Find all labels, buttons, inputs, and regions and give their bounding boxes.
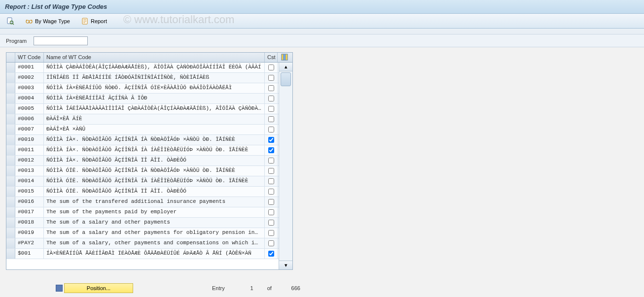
row-selector[interactable] [6, 94, 15, 103]
row-selector[interactable] [6, 166, 15, 176]
row-selector[interactable] [6, 249, 15, 259]
configure-columns-button[interactable] [278, 53, 291, 62]
grid-body: #0001ÑÓÌÌÀ ÇÀÐÀÁÎÒÊÀ(ÂÎÇÍÀÃÐÀÆÄÅÍÈß), ÄÎ… [6, 63, 292, 269]
cst-checkbox[interactable] [268, 251, 274, 257]
cst-checkbox[interactable] [268, 178, 274, 184]
table-row[interactable]: #0014ÑÓÌÌÀ ÓÏË. ÑÒÐÀÕÎÂÛÕ ÂÇÍÎÑÎÂ ÍÀ ÍÀÊ… [6, 176, 279, 187]
scroll-up-button[interactable]: ▴ [279, 63, 292, 71]
table-row[interactable]: #0018The sum of a salary and other payme… [6, 218, 279, 228]
row-selector[interactable] [6, 218, 15, 228]
row-selector[interactable] [6, 187, 15, 197]
row-selector[interactable] [6, 73, 15, 83]
row-selector[interactable] [6, 197, 15, 207]
table-row[interactable]: #0006ÐÀÁÎ×ÈÅ ÄÍÈ [6, 114, 279, 125]
page-title: Report : List of Wage Type Codes [5, 3, 107, 10]
cell-name: The sum of a salary and other payments f… [44, 228, 265, 238]
cst-checkbox[interactable] [268, 209, 274, 215]
col-cst[interactable]: Cst [265, 53, 278, 62]
scroll-down-button[interactable]: ▾ [279, 261, 292, 269]
row-selector[interactable] [6, 228, 15, 238]
row-selector[interactable] [6, 145, 15, 155]
cell-name: ÑÓÌÌÀ ÍÀ×ÈÑËÅÍÍÎÃÎ ÂÇÍÎÑÀ Â ÏÔÐ [44, 94, 265, 103]
cst-checkbox[interactable] [268, 199, 274, 205]
table-row[interactable]: #0011ÑÓÌÌÀ ÍÀ×. ÑÒÐÀÕÎÂÛÕ ÂÇÍÎÑÎÂ ÍÀ ÍÀÊ… [6, 145, 279, 156]
cst-checkbox[interactable] [268, 106, 274, 112]
cell-name: ÍÀ×ÈÑËÅÍÍÛÅ ÅÄÈÍÎÂÐÅÌ ÏËÀÒÅÆÈ ÔÅÄÅÐÀËÜÍÛ… [44, 249, 265, 259]
cell-wt-code: #PAY2 [15, 238, 44, 248]
row-selector[interactable] [6, 207, 15, 217]
table-row[interactable]: #0007ÐÀÁÎ×ÈÅ ×ÀÑÛ [6, 125, 279, 135]
toolbar: By Wage Type Report [0, 14, 644, 29]
position-label: Position... [87, 285, 110, 291]
cst-checkbox[interactable] [268, 158, 274, 164]
cell-name: ÑÓÌÌÀ ÓÏË. ÑÒÐÀÕÎÂÛÕ ÂÇÍÎÑÎÂ ÍÀ ÑÒÐÀÕÎÂÓ… [44, 166, 265, 176]
cell-wt-code: #0017 [15, 207, 44, 217]
table-row[interactable]: #0019The sum of a salary and other payme… [6, 228, 279, 238]
cell-cst [265, 187, 278, 197]
row-selector[interactable] [6, 238, 15, 248]
report-button[interactable]: Report [78, 16, 109, 27]
cst-checkbox[interactable] [268, 147, 274, 153]
cst-checkbox[interactable] [268, 116, 274, 122]
table-row[interactable]: #0017The sum of the payments paid by emp… [6, 207, 279, 218]
cst-checkbox[interactable] [268, 85, 274, 91]
find-button[interactable] [4, 16, 17, 27]
vertical-scrollbar[interactable]: ▴ ▾ [279, 63, 292, 269]
cell-cst [265, 228, 278, 238]
row-selector[interactable] [6, 114, 15, 124]
entry-current: 1 [239, 285, 253, 291]
cell-wt-code: #0002 [15, 73, 44, 83]
title-bar: Report : List of Wage Type Codes [0, 0, 644, 14]
by-wage-type-button[interactable]: By Wage Type [23, 16, 72, 27]
program-input[interactable] [34, 36, 88, 45]
scroll-thumb[interactable] [281, 72, 291, 86]
row-selector[interactable] [6, 125, 15, 134]
cell-wt-code: #0007 [15, 125, 44, 134]
table-row[interactable]: #0015ÑÓÌÌÀ ÓÏË. ÑÒÐÀÕÎÂÛÕ ÂÇÍÎÑÎÂ ÏÎ ÄÎÏ… [6, 187, 279, 197]
row-selector[interactable] [6, 104, 15, 114]
cell-wt-code: #0016 [15, 197, 44, 207]
cell-cst [265, 207, 278, 217]
cst-checkbox[interactable] [268, 96, 274, 101]
table-row[interactable]: #0013ÑÓÌÌÀ ÓÏË. ÑÒÐÀÕÎÂÛÕ ÂÇÍÎÑÎÂ ÍÀ ÑÒÐ… [6, 166, 279, 176]
table-settings-icon [281, 54, 288, 62]
table-row[interactable]: #PAY2The sum of a salary, other payments… [6, 238, 279, 249]
row-selector[interactable] [6, 156, 15, 165]
cst-checkbox[interactable] [268, 189, 274, 195]
entry-label: Entry [212, 285, 225, 291]
row-selector[interactable] [6, 176, 15, 186]
table-row[interactable]: #0004ÑÓÌÌÀ ÍÀ×ÈÑËÅÍÍÎÃÎ ÂÇÍÎÑÀ Â ÏÔÐ [6, 94, 279, 104]
table-row[interactable]: $001ÍÀ×ÈÑËÅÍÍÛÅ ÅÄÈÍÎÂÐÅÌ ÏËÀÒÅÆÈ ÔÅÄÅÐÀ… [6, 249, 279, 259]
position-button[interactable]: Position... [64, 283, 133, 293]
table-row[interactable]: #0012ÑÓÌÌÀ ÍÀ×. ÑÒÐÀÕÎÂÛÕ ÂÇÍÎÑÎÂ ÏÎ ÄÎÏ… [6, 156, 279, 166]
cell-cst [265, 125, 278, 134]
cst-checkbox[interactable] [268, 230, 274, 236]
row-selector[interactable] [6, 135, 15, 145]
table-row[interactable]: #0001ÑÓÌÌÀ ÇÀÐÀÁÎÒÊÀ(ÂÎÇÍÀÃÐÀÆÄÅÍÈß), ÄÎ… [6, 63, 279, 73]
cell-name: ÑÓÌÌÀ ÍÀ×ÈÑËÅÍÍÛÕ ÑÒÐÕ. ÂÇÍÎÑÎÂ ÓÏË×ÈÂÀÅ… [44, 83, 265, 93]
table-row[interactable]: #0010ÑÓÌÌÀ ÍÀ×. ÑÒÐÀÕÎÂÛÕ ÂÇÍÎÑÎÂ ÍÀ ÑÒÐ… [6, 135, 279, 145]
row-selector[interactable] [6, 63, 15, 72]
table-row[interactable]: #0002ÏÎÑÎÁÈß ÏÎ ÂÐÅÌÅÍÍÎÉ ÍÅÒÐÓÄÎÑÏÎÑÎÁÍ… [6, 73, 279, 83]
cst-checkbox[interactable] [268, 75, 274, 81]
col-wt-code[interactable]: WT Code [15, 53, 44, 62]
cell-name: ÑÓÌÌÀ ÎÁËÎÃÀÅÌÀÀÂÀÌÎÌÎÃÎ ÇÀÐÀÁÎÒÊÀ(ÂÎÇÍÀ… [44, 104, 265, 114]
col-name[interactable]: Name of WT Code [44, 53, 265, 62]
program-row: Program [0, 34, 644, 47]
cst-checkbox[interactable] [268, 168, 274, 174]
position-icon [56, 285, 63, 292]
cst-checkbox[interactable] [268, 240, 274, 246]
table-row[interactable]: #0005ÑÓÌÌÀ ÎÁËÎÃÀÅÌÀÀÂÀÌÎÌÎÃÎ ÇÀÐÀÁÎÒÊÀ(… [6, 104, 279, 114]
table-row[interactable]: #0003ÑÓÌÌÀ ÍÀ×ÈÑËÅÍÍÛÕ ÑÒÐÕ. ÂÇÍÎÑÎÂ ÓÏË… [6, 83, 279, 94]
table-row[interactable]: #0016The sum of the transfered additiona… [6, 197, 279, 207]
cst-checkbox[interactable] [268, 127, 274, 132]
cst-checkbox[interactable] [268, 220, 274, 226]
col-selector[interactable] [6, 53, 15, 62]
row-selector[interactable] [6, 83, 15, 93]
cst-checkbox[interactable] [268, 65, 274, 70]
cell-name: The sum of a salary, other payments and … [44, 238, 265, 248]
scroll-track[interactable] [279, 71, 292, 261]
cell-name: ÑÓÌÌÀ ÓÏË. ÑÒÐÀÕÎÂÛÕ ÂÇÍÎÑÎÂ ÍÀ ÍÀÊÎÏÈÒÅ… [44, 176, 265, 186]
cst-checkbox[interactable] [268, 137, 274, 143]
entry-total: 666 [286, 285, 300, 291]
